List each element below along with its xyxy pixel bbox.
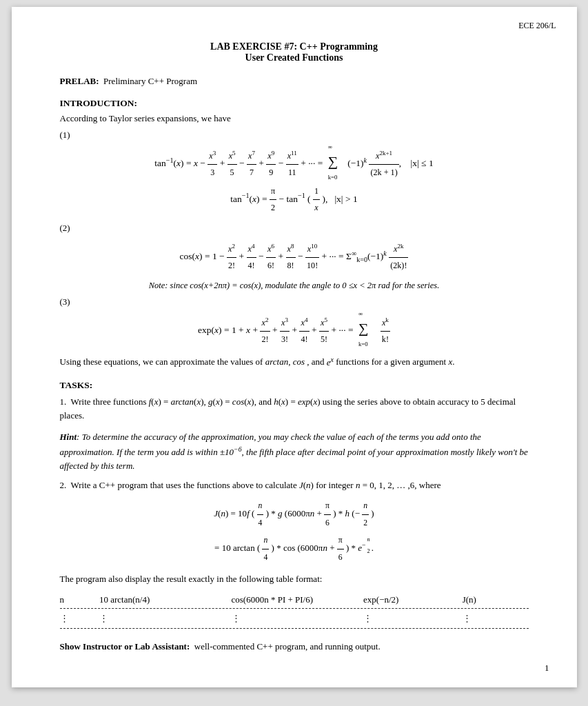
col-n-header: n xyxy=(60,594,99,605)
tasks-heading: TASKS: xyxy=(60,380,529,391)
col-cos-header: cos(6000n * PI + PI/6) xyxy=(232,594,364,605)
col-arctan-header: 10 arctan(n/4) xyxy=(99,594,232,605)
sub-title: User Created Functions xyxy=(60,52,529,63)
table-divider xyxy=(60,608,529,609)
formula-cos: cos(x) = 1 − x22! + x44! − x66! + x88! −… xyxy=(60,241,529,274)
formula-arctan: tan−1(x) = x − x33 + x55 − x77 + x99 − x… xyxy=(60,148,529,216)
item-2-label: (2) xyxy=(60,223,529,234)
formula-exp: exp(x) = 1 + x + x22! + x33! + x44! + x5… xyxy=(60,314,529,347)
intro-heading: INTRODUCTION: xyxy=(60,98,529,109)
item-1-label: (1) xyxy=(60,130,529,141)
tasks-section: TASKS: 1. Write three functions f(x) = a… xyxy=(60,380,529,628)
task-2: 2. Write a C++ program that uses the fun… xyxy=(60,478,529,565)
task-1: 1. Write three functions f(x) = arctan(x… xyxy=(60,395,529,423)
show-line: Show Instructor or Lab Assistant: well-c… xyxy=(60,640,529,654)
formula-jn: J(n) = 10f ( n4 ) * g (6000πn + π6 ) * h… xyxy=(60,498,529,565)
course-code: ECE 206/L xyxy=(518,21,556,31)
table-section: n 10 arctan(n/4) cos(6000n * PI + PI/6) … xyxy=(60,594,529,629)
title-block: LAB EXERCISE #7: C++ Programming User Cr… xyxy=(60,41,529,63)
using-text: Using these equations, we can approximat… xyxy=(60,354,529,369)
prelab-text: Preliminary C++ Program xyxy=(103,76,197,86)
prelab-label: PRELAB: xyxy=(60,76,99,86)
col-j-header: J(n) xyxy=(463,594,529,605)
intro-text: According to Taylor series expansions, w… xyxy=(60,112,529,125)
item-3-label: (3) xyxy=(60,296,529,307)
main-title: LAB EXERCISE #7: C++ Programming xyxy=(60,41,529,52)
col-exp-header: exp(−n/2) xyxy=(363,594,463,605)
page-number: 1 xyxy=(545,663,549,674)
hint-label: Hint xyxy=(60,432,77,442)
table-header: n 10 arctan(n/4) cos(6000n * PI + PI/6) … xyxy=(60,594,529,607)
hint-block: Hint: To determine the accuracy of the a… xyxy=(60,430,529,474)
document-page: ECE 206/L LAB EXERCISE #7: C++ Programmi… xyxy=(12,7,577,687)
show-text: well-commented C++ program, and running … xyxy=(194,641,381,652)
table-row-dots: ⋮ ⋮ ⋮ ⋮ ⋮ xyxy=(60,610,529,627)
table-divider-2 xyxy=(60,628,529,629)
show-label: Show Instructor or Lab Assistant: xyxy=(60,641,190,652)
prelab-section: PRELAB: Preliminary C++ Program xyxy=(60,76,529,87)
note-cos: Note: since cos(x+2nπ) = cos(x), modulat… xyxy=(60,281,529,291)
table-desc: The program also display the result exac… xyxy=(60,572,529,586)
